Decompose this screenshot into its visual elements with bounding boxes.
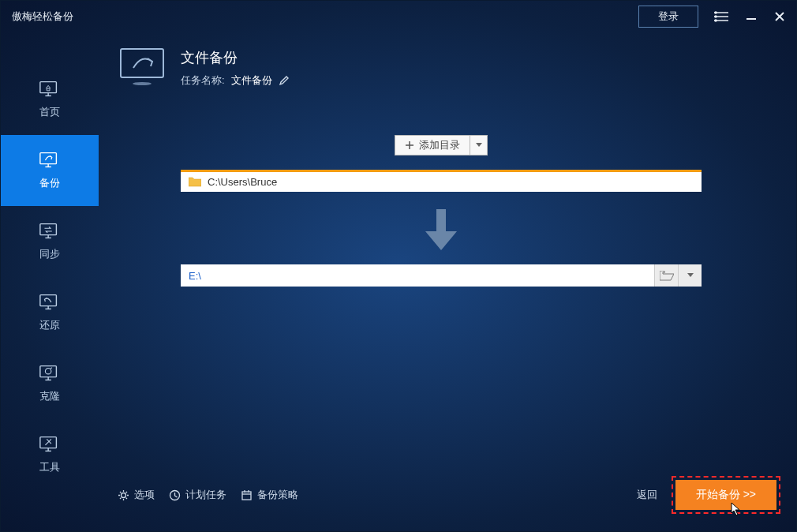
options-button[interactable]: 选项 <box>118 488 155 502</box>
page-title: 文件备份 <box>181 48 290 67</box>
add-directory-row: 添加目录 <box>395 135 488 155</box>
home-icon <box>39 80 61 99</box>
close-icon[interactable] <box>774 11 785 22</box>
calendar-icon <box>241 489 253 501</box>
svg-point-24 <box>45 368 51 373</box>
footer-right: 返回 开始备份 >> <box>637 476 780 514</box>
sidebar-item-home[interactable]: 首页 <box>1 64 99 135</box>
source-path-bar[interactable]: C:\Users\Bruce <box>181 170 702 192</box>
gear-icon <box>118 489 129 501</box>
task-value: 文件备份 <box>231 73 272 88</box>
menu-list-icon[interactable] <box>714 11 728 22</box>
browse-destination-button[interactable] <box>654 264 678 287</box>
minimize-icon[interactable] <box>746 11 757 22</box>
add-directory-button[interactable]: 添加目录 <box>395 135 470 155</box>
app-window: 傲梅轻松备份 登录 首页 <box>0 0 797 532</box>
app-title: 傲梅轻松备份 <box>12 9 638 24</box>
login-button[interactable]: 登录 <box>638 6 698 28</box>
sidebar-item-label: 同步 <box>39 247 60 261</box>
sidebar-item-sync[interactable]: 同步 <box>1 206 99 277</box>
destination-path-bar[interactable]: E:\ <box>181 264 702 287</box>
sidebar: 首页 备份 同步 还原 <box>1 32 99 531</box>
task-label: 任务名称: <box>181 73 225 88</box>
sidebar-item-label: 还原 <box>39 318 60 332</box>
destination-path-text: E:\ <box>189 270 654 282</box>
strategy-label: 备份策略 <box>257 488 298 502</box>
svg-point-5 <box>715 20 717 21</box>
options-label: 选项 <box>134 488 155 502</box>
app-body: 首页 备份 同步 还原 <box>1 32 796 531</box>
main-panel: 文件备份 任务名称: 文件备份 <box>99 32 796 531</box>
clone-icon <box>39 364 61 383</box>
back-button[interactable]: 返回 <box>637 488 657 502</box>
schedule-label: 计划任务 <box>185 488 226 502</box>
source-path-text: C:\Users\Bruce <box>208 176 277 188</box>
sidebar-item-label: 工具 <box>39 460 60 474</box>
titlebar-controls <box>714 11 785 22</box>
svg-point-33 <box>122 493 126 497</box>
svg-rect-21 <box>40 366 57 377</box>
start-button-highlight: 开始备份 >> <box>672 476 780 514</box>
sidebar-item-label: 备份 <box>39 176 60 190</box>
titlebar: 傲梅轻松备份 登录 <box>1 1 796 32</box>
strategy-button[interactable]: 备份策略 <box>241 488 298 502</box>
schedule-button[interactable]: 计划任务 <box>169 488 226 502</box>
page-header: 文件备份 任务名称: 文件备份 <box>118 48 765 88</box>
sidebar-item-label: 克隆 <box>39 389 60 403</box>
destination-dropdown[interactable] <box>678 264 702 287</box>
task-name-row: 任务名称: 文件备份 <box>181 73 290 88</box>
backup-icon <box>39 151 61 170</box>
footer-left: 选项 计划任务 备份策略 <box>118 488 298 502</box>
sidebar-item-label: 首页 <box>39 105 60 119</box>
svg-point-30 <box>133 82 152 85</box>
sidebar-item-restore[interactable]: 还原 <box>1 277 99 348</box>
svg-rect-12 <box>40 153 57 164</box>
add-directory-label: 添加目录 <box>419 138 460 152</box>
restore-icon <box>39 293 61 312</box>
svg-rect-18 <box>40 295 57 306</box>
add-directory-dropdown[interactable] <box>470 135 488 155</box>
edit-task-icon[interactable] <box>279 75 290 86</box>
center-area: 添加目录 C:\Users\Bruce E:\ <box>118 135 765 287</box>
svg-rect-15 <box>40 224 57 235</box>
clock-icon <box>169 489 181 501</box>
arrow-down-icon <box>425 209 457 250</box>
footer-bar: 选项 计划任务 备份策略 <box>118 476 780 514</box>
sidebar-item-tools[interactable]: 工具 <box>1 419 99 490</box>
svg-rect-29 <box>121 49 163 77</box>
svg-point-3 <box>715 12 717 13</box>
tools-icon <box>39 435 61 454</box>
header-texts: 文件备份 任务名称: 文件备份 <box>181 48 290 88</box>
svg-rect-35 <box>242 492 251 500</box>
sidebar-item-clone[interactable]: 克隆 <box>1 348 99 419</box>
svg-rect-9 <box>40 82 57 93</box>
folder-icon <box>189 177 201 187</box>
plus-icon <box>405 140 414 150</box>
sync-icon <box>39 222 61 241</box>
svg-point-4 <box>715 16 717 17</box>
sidebar-item-backup[interactable]: 备份 <box>1 135 99 206</box>
file-backup-monitor-icon <box>118 48 167 88</box>
svg-line-25 <box>51 368 52 369</box>
start-backup-button[interactable]: 开始备份 >> <box>675 480 776 510</box>
